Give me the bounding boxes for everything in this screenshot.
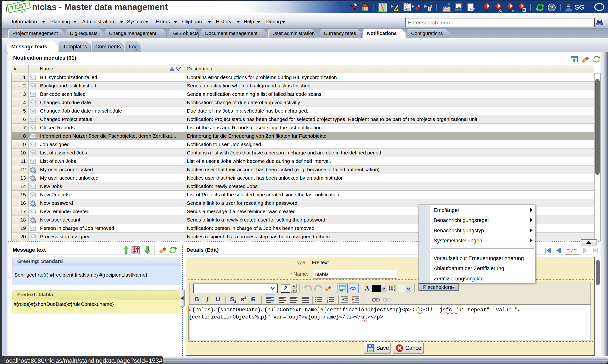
svg-text:A: A [395, 7, 397, 11]
svg-text:A: A [499, 9, 502, 13]
svg-text:3: 3 [327, 301, 328, 303]
svg-text:?: ? [550, 5, 553, 11]
